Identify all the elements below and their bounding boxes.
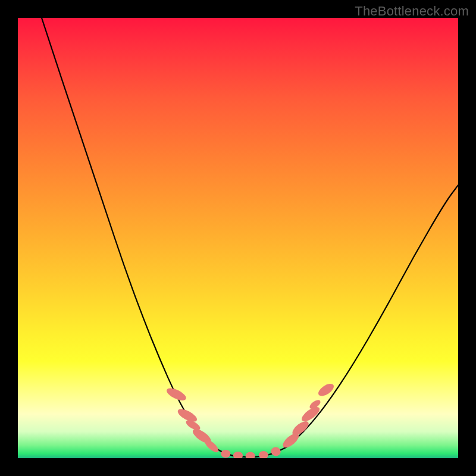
data-marker <box>221 450 230 458</box>
watermark-text: TheBottleneck.com <box>355 4 469 19</box>
chart-plot-area <box>18 18 458 458</box>
marker-group <box>165 381 336 458</box>
data-marker <box>246 452 255 458</box>
chart-svg <box>18 18 458 458</box>
data-marker <box>233 452 243 458</box>
data-marker <box>270 446 281 456</box>
data-marker <box>165 386 187 403</box>
data-marker <box>259 451 268 458</box>
data-marker <box>203 437 221 455</box>
bottleneck-curve <box>42 18 458 457</box>
